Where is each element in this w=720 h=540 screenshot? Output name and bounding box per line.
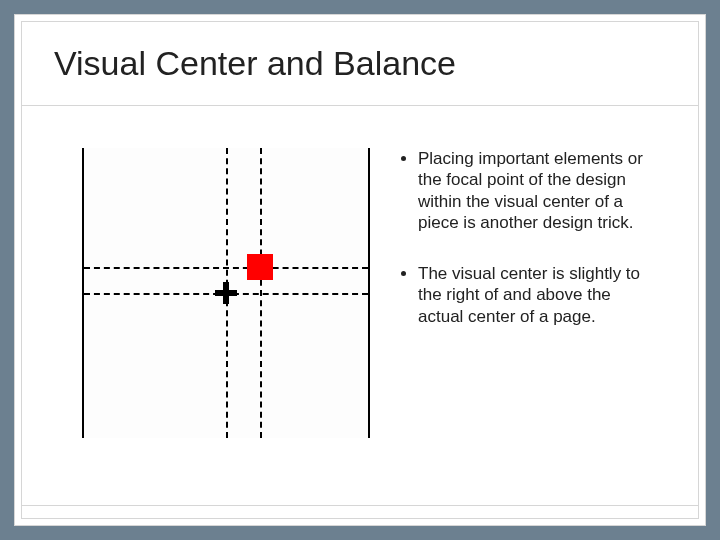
slide-title: Visual Center and Balance: [22, 22, 698, 106]
slide-frame: Visual Center and Balance Placing import: [0, 0, 720, 540]
inner-border: Visual Center and Balance Placing import: [21, 21, 699, 519]
center-diagram: [82, 148, 370, 438]
bullet-list: Placing important elements or the focal …: [398, 148, 658, 327]
bullets-column: Placing important elements or the focal …: [370, 148, 668, 495]
list-item: The visual center is slightly to the rig…: [418, 263, 658, 327]
content-row: Placing important elements or the focal …: [22, 106, 698, 506]
diagram-column: [82, 148, 370, 495]
outer-border: Visual Center and Balance Placing import: [14, 14, 706, 526]
list-item: Placing important elements or the focal …: [418, 148, 658, 233]
actual-center-plus-icon: [215, 282, 237, 304]
visual-center-marker-icon: [247, 254, 273, 280]
